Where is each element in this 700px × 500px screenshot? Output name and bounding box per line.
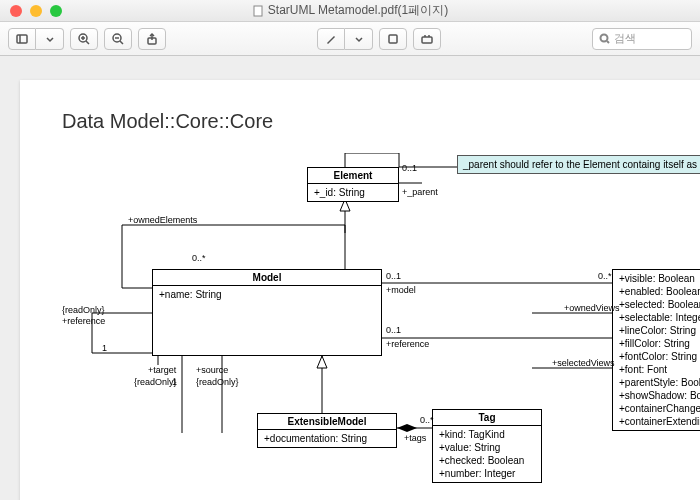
label-mult: 0..1 [402,163,417,173]
svg-rect-12 [389,35,397,43]
label-readonly: {readOnly} [134,377,177,387]
class-view: +visible: Boolean +enabled: Boolean +sel… [612,269,700,431]
rotate-button[interactable] [379,28,407,50]
view-mode-group [8,28,64,50]
label-owned-elements: +ownedElements [128,215,197,225]
label-target: +target [148,365,176,375]
class-tag: Tag +kind: TagKind +value: String +check… [432,409,542,483]
label-mult: 0..* [420,415,434,425]
toolbar: 검색 [0,22,700,56]
label-readonly: {readOnly} [62,305,105,315]
class-extensible-model: ExtensibleModel +documentation: String [257,413,397,448]
label-readonly: {readOnly} [196,377,239,387]
titlebar: StarUML Metamodel.pdf(1페이지) [0,0,700,22]
svg-point-16 [601,35,608,42]
share-button[interactable] [138,28,166,50]
label-mult: 0..1 [386,325,401,335]
minimize-icon[interactable] [30,5,42,17]
markup-button[interactable] [413,28,441,50]
label-reference: +reference [386,339,429,349]
label-model: +model [386,285,416,295]
pdf-icon [252,5,264,17]
zoom-in-button[interactable] [70,28,98,50]
uml-note: _parent should refer to the Element cont… [457,155,700,174]
class-element: Element +_id: String [307,167,399,202]
svg-line-17 [607,41,609,43]
svg-line-4 [86,41,89,44]
label-owned-views: +ownedViews [564,303,620,313]
document-viewport[interactable]: Data Model::Core::Core [0,56,700,500]
search-input[interactable]: 검색 [592,28,692,50]
label-one: 1 [172,377,177,387]
svg-line-8 [120,41,123,44]
annotate-group [317,28,373,50]
label-reference: +reference [62,316,105,326]
svg-rect-13 [422,37,432,43]
label-parent: +_parent [402,187,438,197]
svg-rect-0 [254,6,262,16]
search-icon [599,33,610,44]
window-controls [10,5,62,17]
highlight-dropdown-button[interactable] [345,28,373,50]
close-icon[interactable] [10,5,22,17]
sidebar-button[interactable] [8,28,36,50]
label-tags: +tags [404,433,426,443]
highlight-button[interactable] [317,28,345,50]
label-selected-views: +selectedViews [552,358,615,368]
label-mult: 0..* [598,271,612,281]
class-model: Model +name: String [152,269,382,356]
label-one: 1 [102,343,107,353]
svg-marker-25 [317,356,327,368]
svg-rect-1 [17,35,27,43]
pdf-page: Data Model::Core::Core [20,80,700,500]
view-dropdown-button[interactable] [36,28,64,50]
zoom-icon[interactable] [50,5,62,17]
label-mult: 0..1 [386,271,401,281]
page-title: Data Model::Core::Core [62,110,700,133]
svg-marker-29 [397,424,417,432]
label-source: +source [196,365,228,375]
window-title: StarUML Metamodel.pdf(1페이지) [252,2,448,19]
zoom-out-button[interactable] [104,28,132,50]
label-mult: 0..* [192,253,206,263]
